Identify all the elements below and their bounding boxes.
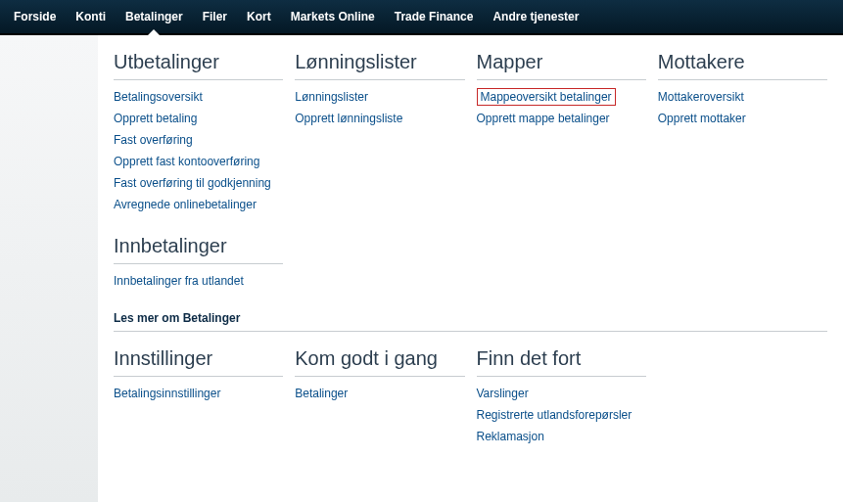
nav-filer[interactable]: Filer xyxy=(193,0,237,34)
nav-forside[interactable]: Forside xyxy=(4,0,66,34)
link-opprett-lonningsliste[interactable]: Opprett lønningsliste xyxy=(295,112,402,125)
section-mapper: Mapper Mappeoversikt betalinger Opprett … xyxy=(477,51,646,125)
section-title-utbetalinger: Utbetalinger xyxy=(114,51,283,80)
link-mottakeroversikt[interactable]: Mottakeroversikt xyxy=(658,90,744,104)
nav-andre-tjenester[interactable]: Andre tjenester xyxy=(483,0,588,34)
section-title-kom-godt: Kom godt i gang xyxy=(295,347,464,377)
link-opprett-betaling[interactable]: Opprett betaling xyxy=(114,112,197,125)
link-fast-overforing[interactable]: Fast overføring xyxy=(114,133,193,147)
link-les-mer-betalinger[interactable]: Les mer om Betalinger xyxy=(114,311,283,325)
nav-kort[interactable]: Kort xyxy=(237,0,281,34)
section-finn-det-fort: Finn det fort Varslinger Registrerte utl… xyxy=(477,347,646,443)
section-mottakere: Mottakere Mottakeroversikt Opprett motta… xyxy=(658,51,827,125)
nav-konti[interactable]: Konti xyxy=(66,0,116,34)
section-title-mapper: Mapper xyxy=(477,51,646,80)
link-lonningslister[interactable]: Lønningslister xyxy=(295,90,368,104)
section-title-innstillinger: Innstillinger xyxy=(114,347,283,377)
section-title-lonningslister: Lønningslister xyxy=(295,51,464,80)
link-innbetalinger-utlandet[interactable]: Innbetalinger fra utlandet xyxy=(114,274,244,288)
nav-betalinger[interactable]: Betalinger xyxy=(116,0,193,34)
link-varslinger[interactable]: Varslinger xyxy=(477,387,529,400)
sidebar xyxy=(0,35,98,502)
link-avregnede-onlinebetalinger[interactable]: Avregnede onlinebetalinger xyxy=(114,198,257,211)
link-fast-overforing-godkjenning[interactable]: Fast overføring til godkjenning xyxy=(114,176,271,190)
nav-markets-online[interactable]: Markets Online xyxy=(281,0,385,34)
nav-trade-finance[interactable]: Trade Finance xyxy=(385,0,484,34)
top-nav: Forside Konti Betalinger Filer Kort Mark… xyxy=(0,0,843,35)
section-title-finn-det-fort: Finn det fort xyxy=(477,347,646,377)
section-innbetalinger: Innbetalinger Innbetalinger fra utlandet xyxy=(114,235,283,288)
link-opprett-fast-kontooverforing[interactable]: Opprett fast kontooverføring xyxy=(114,155,259,168)
link-reklamasjon[interactable]: Reklamasjon xyxy=(477,430,544,443)
row-divider xyxy=(114,331,827,332)
link-opprett-mappe-betalinger[interactable]: Opprett mappe betalinger xyxy=(477,112,610,125)
section-kom-godt-i-gang: Kom godt i gang Betalinger xyxy=(295,347,464,400)
section-title-mottakere: Mottakere xyxy=(658,51,827,80)
section-utbetalinger: Utbetalinger Betalingsoversikt Opprett b… xyxy=(114,51,283,211)
section-lonningslister: Lønningslister Lønningslister Opprett lø… xyxy=(295,51,464,125)
section-title-innbetalinger: Innbetalinger xyxy=(114,235,283,264)
section-innstillinger: Innstillinger Betalingsinnstillinger xyxy=(114,347,283,400)
link-kom-godt-betalinger[interactable]: Betalinger xyxy=(295,387,348,400)
link-betalingsoversikt[interactable]: Betalingsoversikt xyxy=(114,90,203,104)
content-area: Utbetalinger Betalingsoversikt Opprett b… xyxy=(98,35,843,502)
link-registrerte-utlandsforesporsler[interactable]: Registrerte utlandsforepørsler xyxy=(477,408,632,422)
link-opprett-mottaker[interactable]: Opprett mottaker xyxy=(658,112,746,125)
link-betalingsinnstillinger[interactable]: Betalingsinnstillinger xyxy=(114,387,220,400)
link-mappeoversikt-betalinger[interactable]: Mappeoversikt betalinger xyxy=(477,88,616,106)
